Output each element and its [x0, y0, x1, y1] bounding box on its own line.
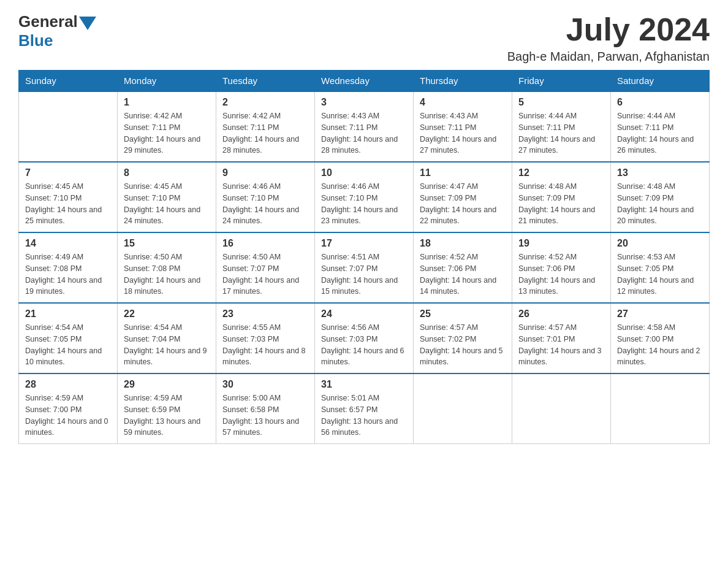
day-info: Sunrise: 4:56 AMSunset: 7:03 PMDaylight:… — [321, 322, 407, 368]
day-number: 3 — [321, 97, 407, 108]
day-number: 15 — [124, 238, 210, 249]
column-header-wednesday: Wednesday — [315, 71, 414, 92]
day-number: 18 — [420, 238, 506, 249]
calendar-cell: 3Sunrise: 4:43 AMSunset: 7:11 PMDaylight… — [315, 91, 414, 162]
calendar-cell: 4Sunrise: 4:43 AMSunset: 7:11 PMDaylight… — [414, 91, 512, 162]
calendar-cell: 7Sunrise: 4:45 AMSunset: 7:10 PMDaylight… — [19, 162, 118, 232]
calendar-cell — [611, 373, 710, 444]
calendar-cell: 10Sunrise: 4:46 AMSunset: 7:10 PMDayligh… — [315, 162, 414, 232]
day-number: 7 — [25, 167, 111, 178]
day-number: 6 — [617, 97, 703, 108]
day-number: 11 — [420, 167, 506, 178]
day-number: 13 — [617, 167, 703, 178]
day-info: Sunrise: 4:59 AMSunset: 7:00 PMDaylight:… — [25, 393, 111, 439]
day-number: 12 — [518, 167, 604, 178]
page-header: General Blue July 2024 Bagh-e Maidan, Pa… — [18, 12, 710, 64]
day-number: 23 — [222, 308, 308, 320]
calendar-cell: 9Sunrise: 4:46 AMSunset: 7:10 PMDaylight… — [216, 162, 315, 232]
calendar-cell: 1Sunrise: 4:42 AMSunset: 7:11 PMDaylight… — [118, 91, 216, 162]
day-info: Sunrise: 4:55 AMSunset: 7:03 PMDaylight:… — [222, 322, 308, 368]
week-row-2: 7Sunrise: 4:45 AMSunset: 7:10 PMDaylight… — [19, 162, 710, 232]
day-number: 4 — [420, 97, 506, 108]
day-number: 19 — [518, 238, 604, 249]
day-number: 27 — [617, 308, 703, 320]
calendar-cell: 14Sunrise: 4:49 AMSunset: 7:08 PMDayligh… — [19, 232, 118, 303]
calendar-cell: 31Sunrise: 5:01 AMSunset: 6:57 PMDayligh… — [315, 373, 414, 444]
day-info: Sunrise: 4:42 AMSunset: 7:11 PMDaylight:… — [222, 110, 308, 156]
day-info: Sunrise: 4:51 AMSunset: 7:07 PMDaylight:… — [321, 251, 407, 297]
calendar-cell: 19Sunrise: 4:52 AMSunset: 7:06 PMDayligh… — [512, 232, 611, 303]
calendar-cell: 21Sunrise: 4:54 AMSunset: 7:05 PMDayligh… — [19, 303, 118, 373]
day-number: 8 — [124, 167, 210, 178]
day-info: Sunrise: 4:59 AMSunset: 6:59 PMDaylight:… — [124, 393, 210, 439]
day-info: Sunrise: 4:45 AMSunset: 7:10 PMDaylight:… — [25, 181, 111, 227]
day-number: 17 — [321, 238, 407, 249]
calendar-cell: 6Sunrise: 4:44 AMSunset: 7:11 PMDaylight… — [611, 91, 710, 162]
calendar-cell: 29Sunrise: 4:59 AMSunset: 6:59 PMDayligh… — [118, 373, 216, 444]
column-header-monday: Monday — [118, 71, 216, 92]
day-info: Sunrise: 4:53 AMSunset: 7:05 PMDaylight:… — [617, 251, 703, 297]
day-info: Sunrise: 4:57 AMSunset: 7:02 PMDaylight:… — [420, 322, 506, 368]
day-info: Sunrise: 4:57 AMSunset: 7:01 PMDaylight:… — [518, 322, 604, 368]
calendar-cell: 25Sunrise: 4:57 AMSunset: 7:02 PMDayligh… — [414, 303, 512, 373]
day-number: 14 — [25, 238, 111, 249]
day-info: Sunrise: 4:50 AMSunset: 7:08 PMDaylight:… — [124, 251, 210, 297]
day-number: 30 — [222, 379, 308, 390]
calendar-cell: 20Sunrise: 4:53 AMSunset: 7:05 PMDayligh… — [611, 232, 710, 303]
day-info: Sunrise: 4:48 AMSunset: 7:09 PMDaylight:… — [518, 181, 604, 227]
calendar-cell: 27Sunrise: 4:58 AMSunset: 7:00 PMDayligh… — [611, 303, 710, 373]
day-number: 5 — [518, 97, 604, 108]
day-number: 26 — [518, 308, 604, 320]
week-row-4: 21Sunrise: 4:54 AMSunset: 7:05 PMDayligh… — [19, 303, 710, 373]
column-header-thursday: Thursday — [414, 71, 512, 92]
calendar-cell: 26Sunrise: 4:57 AMSunset: 7:01 PMDayligh… — [512, 303, 611, 373]
day-info: Sunrise: 4:44 AMSunset: 7:11 PMDaylight:… — [518, 110, 604, 156]
day-info: Sunrise: 4:50 AMSunset: 7:07 PMDaylight:… — [222, 251, 308, 297]
day-info: Sunrise: 4:52 AMSunset: 7:06 PMDaylight:… — [518, 251, 604, 297]
day-number: 22 — [124, 308, 210, 320]
title-area: July 2024 Bagh-e Maidan, Parwan, Afghani… — [507, 12, 710, 64]
logo-blue-text: Blue — [18, 31, 53, 50]
calendar-cell: 22Sunrise: 4:54 AMSunset: 7:04 PMDayligh… — [118, 303, 216, 373]
month-title: July 2024 — [507, 12, 710, 47]
day-info: Sunrise: 4:44 AMSunset: 7:11 PMDaylight:… — [617, 110, 703, 156]
logo: General Blue — [18, 12, 96, 50]
day-number: 16 — [222, 238, 308, 249]
calendar-cell: 2Sunrise: 4:42 AMSunset: 7:11 PMDaylight… — [216, 91, 315, 162]
calendar-cell: 8Sunrise: 4:45 AMSunset: 7:10 PMDaylight… — [118, 162, 216, 232]
day-number: 28 — [25, 379, 111, 390]
day-number: 25 — [420, 308, 506, 320]
day-number: 9 — [222, 167, 308, 178]
day-number: 10 — [321, 167, 407, 178]
calendar-cell: 18Sunrise: 4:52 AMSunset: 7:06 PMDayligh… — [414, 232, 512, 303]
day-info: Sunrise: 4:46 AMSunset: 7:10 PMDaylight:… — [222, 181, 308, 227]
calendar-cell: 24Sunrise: 4:56 AMSunset: 7:03 PMDayligh… — [315, 303, 414, 373]
calendar-cell: 30Sunrise: 5:00 AMSunset: 6:58 PMDayligh… — [216, 373, 315, 444]
calendar-cell: 16Sunrise: 4:50 AMSunset: 7:07 PMDayligh… — [216, 232, 315, 303]
day-number: 1 — [124, 97, 210, 108]
calendar-cell: 28Sunrise: 4:59 AMSunset: 7:00 PMDayligh… — [19, 373, 118, 444]
day-info: Sunrise: 4:54 AMSunset: 7:05 PMDaylight:… — [25, 322, 111, 368]
day-info: Sunrise: 4:54 AMSunset: 7:04 PMDaylight:… — [124, 322, 210, 368]
calendar-cell: 5Sunrise: 4:44 AMSunset: 7:11 PMDaylight… — [512, 91, 611, 162]
logo-arrow-icon — [79, 17, 96, 30]
day-info: Sunrise: 4:48 AMSunset: 7:09 PMDaylight:… — [617, 181, 703, 227]
day-number: 2 — [222, 97, 308, 108]
calendar-cell — [512, 373, 611, 444]
day-info: Sunrise: 5:00 AMSunset: 6:58 PMDaylight:… — [222, 393, 308, 439]
day-info: Sunrise: 4:49 AMSunset: 7:08 PMDaylight:… — [25, 251, 111, 297]
calendar-header-row: SundayMondayTuesdayWednesdayThursdayFrid… — [19, 71, 710, 92]
column-header-saturday: Saturday — [611, 71, 710, 92]
day-info: Sunrise: 4:47 AMSunset: 7:09 PMDaylight:… — [420, 181, 506, 227]
day-info: Sunrise: 5:01 AMSunset: 6:57 PMDaylight:… — [321, 393, 407, 439]
day-info: Sunrise: 4:58 AMSunset: 7:00 PMDaylight:… — [617, 322, 703, 368]
calendar-cell: 23Sunrise: 4:55 AMSunset: 7:03 PMDayligh… — [216, 303, 315, 373]
day-info: Sunrise: 4:52 AMSunset: 7:06 PMDaylight:… — [420, 251, 506, 297]
calendar-cell — [19, 91, 118, 162]
day-number: 24 — [321, 308, 407, 320]
calendar-cell: 15Sunrise: 4:50 AMSunset: 7:08 PMDayligh… — [118, 232, 216, 303]
day-number: 20 — [617, 238, 703, 249]
week-row-3: 14Sunrise: 4:49 AMSunset: 7:08 PMDayligh… — [19, 232, 710, 303]
day-info: Sunrise: 4:42 AMSunset: 7:11 PMDaylight:… — [124, 110, 210, 156]
column-header-friday: Friday — [512, 71, 611, 92]
